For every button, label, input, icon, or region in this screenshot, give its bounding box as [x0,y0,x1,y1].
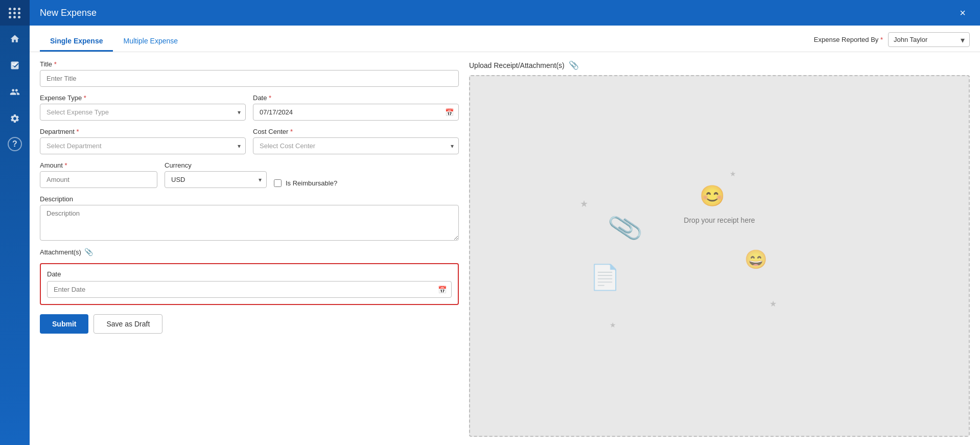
reported-by-label: Expense Reported By * [814,36,883,43]
amount-row: Amount * Currency USD EUR GBP [40,161,459,188]
reimbursable-label[interactable]: Is Reimbursable? [286,179,337,187]
attachment-date-section: Date 📅 [40,263,459,305]
amount-label: Amount * [40,161,157,169]
attachments-label: Attachment(s) [40,248,81,256]
title-label: Title * [40,60,459,68]
sidebar: ? [0,0,30,445]
form-panel: Title * Expense Type * Select Expense Ty… [40,60,459,437]
drop-decorations: 📎 😊 😄 📄 ★ ★ ★ ★ [470,76,969,436]
department-label: Department * [40,128,246,135]
sidebar-item-settings[interactable] [0,105,30,132]
upload-area[interactable]: Drop your receipt here 📎 😊 😄 📄 ★ ★ [469,75,970,437]
department-select[interactable]: Select Department Engineering Sales Mark… [40,137,246,154]
sidebar-item-help[interactable]: ? [8,137,22,151]
description-group: Description [40,195,459,241]
deco-star2: ★ [730,170,736,178]
grid-menu-icon [9,8,21,18]
deco-document: 📄 [590,263,620,292]
paperclip-icon[interactable]: 📎 [84,248,93,256]
panel-header: New Expense × [30,0,980,26]
date-label: Date * [253,94,459,102]
sidebar-item-people[interactable] [0,79,30,105]
drop-text: Drop your receipt here [684,216,755,224]
upload-label: Upload Receipt/Attachment(s) [469,61,565,69]
panel-title: New Expense [40,8,97,18]
deco-emoji2: 😄 [744,249,767,270]
attachment-date-input[interactable] [47,281,452,298]
upload-panel: Upload Receipt/Attachment(s) 📎 Drop your… [469,60,970,437]
expense-type-group: Expense Type * Select Expense Type Trave… [40,94,246,121]
attachment-date-wrapper: 📅 [47,281,452,298]
cost-center-select-wrapper: Select Cost Center CC-001 CC-002 [253,137,459,154]
attachment-date-label: Date [47,270,452,278]
currency-select-wrapper: USD EUR GBP JPY [165,171,267,188]
panel-body: Single Expense Multiple Expense Expense … [30,26,980,445]
reimbursable-checkbox[interactable] [274,179,282,187]
reimbursable-group: Is Reimbursable? [274,179,459,188]
currency-label: Currency [165,161,267,169]
department-select-wrapper: Select Department Engineering Sales Mark… [40,137,246,154]
cost-center-select[interactable]: Select Cost Center CC-001 CC-002 [253,137,459,154]
amount-input[interactable] [40,171,157,188]
date-group: Date * 📅 [253,94,459,121]
tab-multiple-expense[interactable]: Multiple Expense [113,32,188,52]
title-group: Title * [40,60,459,87]
description-textarea[interactable] [40,205,459,241]
sidebar-item-analytics[interactable] [0,52,30,79]
expense-type-label: Expense Type * [40,94,246,102]
content-area: Title * Expense Type * Select Expense Ty… [30,52,980,445]
deco-star1: ★ [580,198,588,209]
reported-by-select[interactable]: John Taylor Jane Doe [888,32,970,47]
description-label: Description [40,195,459,203]
title-input[interactable] [40,70,459,87]
save-draft-button[interactable]: Save as Draft [94,314,162,334]
submit-button[interactable]: Submit [40,314,88,334]
date-wrapper: 📅 [253,104,459,121]
currency-group: Currency USD EUR GBP JPY [165,161,267,188]
deco-star4: ★ [610,321,616,329]
deco-star3: ★ [769,299,777,309]
close-button[interactable]: × [955,6,970,20]
cost-center-group: Cost Center * Select Cost Center CC-001 … [253,128,459,154]
sidebar-item-home[interactable] [0,26,30,52]
currency-select[interactable]: USD EUR GBP JPY [165,171,267,188]
tabs-left: Single Expense Multiple Expense [40,32,188,52]
expense-type-select[interactable]: Select Expense Type Travel Meals Office … [40,104,246,121]
cost-center-label: Cost Center * [253,128,459,135]
expense-date-row: Expense Type * Select Expense Type Trave… [40,94,459,121]
department-group: Department * Select Department Engineeri… [40,128,246,154]
deco-emoji1: 😊 [699,184,725,208]
tabs-row: Single Expense Multiple Expense Expense … [30,26,980,52]
sidebar-app-menu[interactable] [0,0,30,26]
action-row: Submit Save as Draft [40,312,459,334]
attachments-label-row: Attachment(s) 📎 [40,248,459,256]
amount-group: Amount * [40,161,157,188]
date-input[interactable] [253,104,459,121]
expense-type-select-wrapper: Select Expense Type Travel Meals Office … [40,104,246,121]
dept-cost-row: Department * Select Department Engineeri… [40,128,459,154]
upload-label-row: Upload Receipt/Attachment(s) 📎 [469,60,970,70]
main-content: New Expense × Single Expense Multiple Ex… [30,0,980,445]
tabs-right: Expense Reported By * John Taylor Jane D… [814,32,970,51]
upload-paperclip-icon[interactable]: 📎 [569,60,579,70]
deco-paperclip: 📎 [606,209,645,246]
tab-single-expense[interactable]: Single Expense [40,32,113,52]
reported-by-select-wrapper: John Taylor Jane Doe [888,32,970,47]
